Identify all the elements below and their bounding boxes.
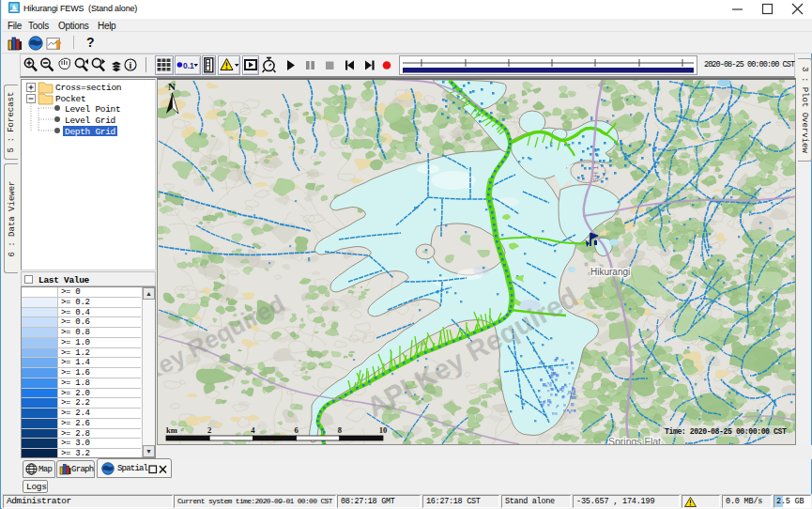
svg-text:N: N	[168, 81, 176, 92]
svg-text:Depth Grid: Depth Grid	[65, 127, 115, 137]
svg-text:8: 8	[338, 425, 342, 435]
svg-text:Time: 2020-08-25 00:00:00 CST: Time: 2020-08-25 00:00:00 CST	[665, 427, 787, 436]
svg-text:Hikurangi: Hikurangi	[590, 267, 630, 277]
svg-text:Level Point: Level Point	[65, 104, 120, 115]
svg-text:Level Grid: Level Grid	[65, 116, 115, 126]
svg-text:km: km	[166, 425, 177, 435]
svg-text:10: 10	[379, 425, 388, 435]
svg-text:i: i	[130, 60, 132, 70]
svg-text:4: 4	[251, 425, 255, 435]
svg-text:SH 1: SH 1	[591, 165, 600, 182]
svg-text:0.1: 0.1	[183, 61, 194, 70]
svg-text:Springs Flat: Springs Flat	[608, 436, 661, 444]
svg-text:Cross=section: Cross=section	[55, 83, 121, 93]
svg-text:6: 6	[294, 425, 298, 435]
svg-text:2: 2	[207, 425, 211, 435]
svg-text:Pocket: Pocket	[55, 94, 85, 104]
